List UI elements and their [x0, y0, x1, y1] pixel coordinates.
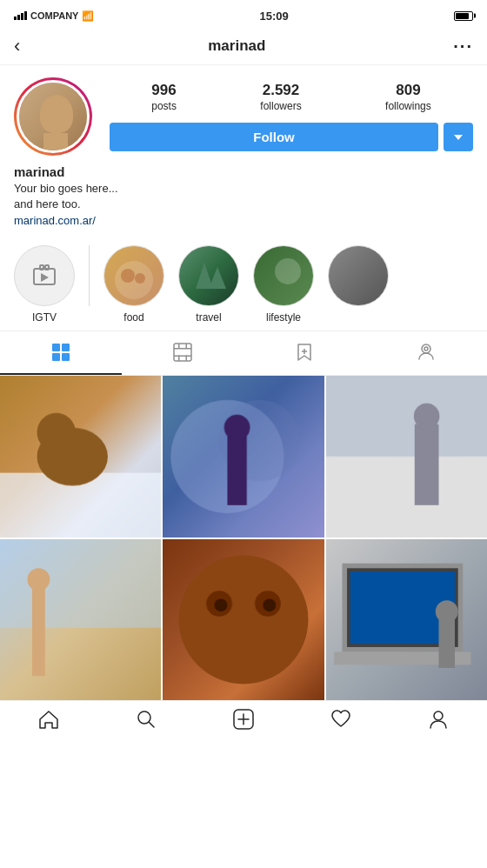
- profile-top: 996 posts 2.592 followers 809 followings…: [14, 77, 473, 156]
- wifi-icon: 📶: [82, 10, 94, 22]
- more-options-button[interactable]: ···: [453, 37, 473, 57]
- profile-section: 996 posts 2.592 followers 809 followings…: [0, 65, 487, 237]
- travel-image: [178, 245, 239, 306]
- nav-add[interactable]: [195, 708, 292, 731]
- following-count: 809: [396, 82, 420, 99]
- top-nav: ‹ marinad ···: [0, 28, 487, 65]
- tab-saved[interactable]: [244, 331, 365, 375]
- grid-cell-1[interactable]: [0, 376, 161, 537]
- tagged-icon: [416, 342, 437, 363]
- status-time: 15:09: [260, 10, 289, 23]
- tab-grid[interactable]: [0, 331, 122, 375]
- grid-cell-3[interactable]: [326, 376, 487, 537]
- stats-area: 996 posts 2.592 followers 809 followings…: [110, 82, 473, 151]
- bio-name: marinad: [14, 164, 473, 179]
- nav-activity[interactable]: [292, 708, 390, 731]
- svg-rect-11: [186, 344, 188, 348]
- grid-icon: [50, 342, 71, 363]
- followers-label: followers: [260, 100, 301, 112]
- svg-line-17: [150, 723, 155, 728]
- svg-point-15: [424, 347, 428, 351]
- highlight-divider: [89, 245, 90, 306]
- search-icon: [135, 708, 157, 731]
- back-button[interactable]: ‹: [14, 35, 20, 57]
- highlight-circle-igtv: [14, 245, 75, 306]
- carrier-label: COMPANY: [30, 10, 78, 21]
- photo-grid: [0, 376, 487, 700]
- tab-tagged[interactable]: [365, 331, 487, 375]
- svg-rect-10: [178, 344, 180, 348]
- nav-username: marinad: [208, 37, 265, 55]
- svg-rect-2: [45, 265, 49, 270]
- lifestyle-image: [253, 245, 314, 306]
- highlight-label-travel: travel: [196, 311, 221, 324]
- chevron-down-icon: [454, 135, 463, 140]
- nav-home[interactable]: [0, 708, 97, 731]
- highlight-label-igtv: IGTV: [32, 311, 57, 324]
- battery-icon: [454, 11, 473, 21]
- svg-rect-6: [62, 353, 70, 361]
- svg-rect-7: [174, 344, 191, 361]
- posts-count: 996: [151, 82, 176, 99]
- highlights-section: IGTV food travel lifestyle: [0, 237, 487, 331]
- grid-cell-4[interactable]: [0, 539, 161, 700]
- bio-link[interactable]: marinad.com.ar/: [14, 214, 96, 227]
- svg-point-16: [138, 711, 150, 724]
- tab-reels[interactable]: [122, 331, 244, 375]
- bottom-nav: [0, 700, 487, 741]
- svg-rect-13: [186, 356, 188, 362]
- stat-followers[interactable]: 2.592 followers: [260, 82, 301, 112]
- add-icon: [232, 708, 255, 731]
- avatar[interactable]: [14, 77, 92, 156]
- food-image: [103, 245, 164, 306]
- following-label: followings: [385, 100, 431, 112]
- grid-image-4: [0, 539, 161, 700]
- nav-profile[interactable]: [390, 708, 487, 731]
- grid-image-2: [163, 376, 324, 537]
- followers-count: 2.592: [263, 82, 300, 99]
- highlight-circle-lifestyle: [253, 245, 314, 306]
- stat-following[interactable]: 809 followings: [385, 82, 431, 112]
- svg-rect-4: [62, 344, 70, 351]
- svg-rect-1: [40, 265, 43, 270]
- svg-rect-3: [52, 344, 60, 351]
- svg-rect-8: [174, 348, 191, 350]
- igtv-icon: [29, 260, 60, 291]
- highlights-scroll: IGTV food travel lifestyle: [0, 245, 487, 324]
- follow-row: Follow: [110, 123, 473, 151]
- status-right: [454, 11, 473, 21]
- saved-icon: [294, 342, 315, 363]
- signal-icon: [14, 11, 27, 20]
- profile-icon: [427, 708, 450, 731]
- bio-text: Your bio goes here... and here too.: [14, 181, 473, 212]
- highlight-igtv[interactable]: IGTV: [14, 245, 75, 324]
- highlight-circle-travel: [178, 245, 239, 306]
- grid-image-5: [163, 539, 324, 700]
- highlight-lifestyle[interactable]: lifestyle: [253, 245, 314, 324]
- stat-posts[interactable]: 996 posts: [151, 82, 177, 112]
- svg-point-14: [422, 344, 430, 353]
- grid-cell-6[interactable]: [326, 539, 487, 700]
- svg-rect-5: [52, 353, 60, 361]
- highlight-travel[interactable]: travel: [178, 245, 239, 324]
- svg-point-21: [434, 711, 443, 720]
- highlight-label-food: food: [123, 311, 143, 324]
- highlight-label-lifestyle: lifestyle: [266, 311, 301, 324]
- heart-icon: [330, 708, 352, 731]
- grid-cell-2[interactable]: [163, 376, 324, 537]
- posts-label: posts: [151, 100, 177, 112]
- home-icon: [37, 708, 60, 731]
- highlight-food[interactable]: food: [103, 245, 164, 324]
- follow-dropdown-button[interactable]: [444, 123, 473, 151]
- svg-rect-9: [174, 356, 191, 357]
- nav-search[interactable]: [97, 708, 195, 731]
- svg-rect-12: [178, 356, 180, 362]
- bio-section: marinad Your bio goes here... and here t…: [14, 164, 473, 228]
- status-bar: COMPANY 📶 15:09: [0, 0, 487, 28]
- reels-icon: [172, 342, 193, 363]
- status-left: COMPANY 📶: [14, 10, 94, 22]
- grid-image-1: [0, 376, 161, 537]
- grid-cell-5[interactable]: [163, 539, 324, 700]
- highlight-extra[interactable]: [328, 245, 389, 311]
- follow-button[interactable]: Follow: [110, 123, 438, 151]
